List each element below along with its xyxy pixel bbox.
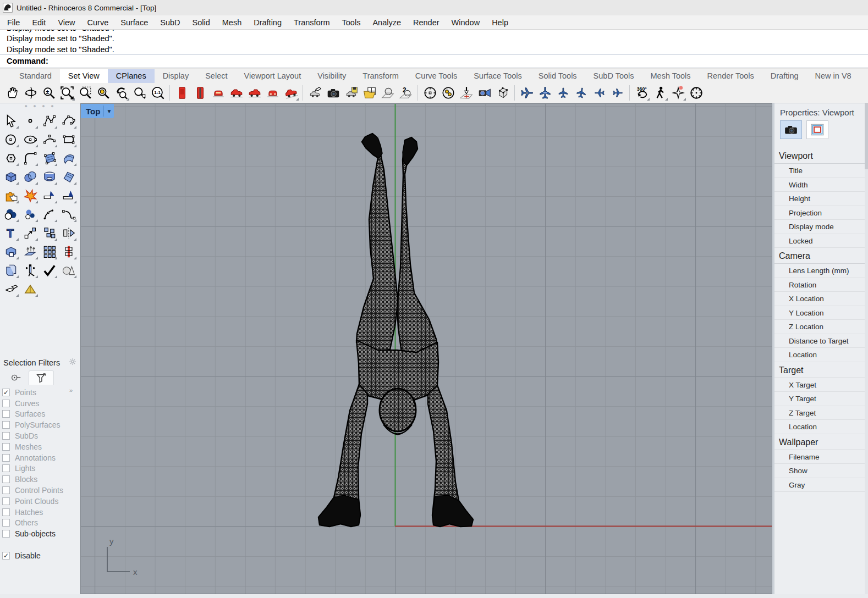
rotate-360-button[interactable]: 360°: [633, 84, 651, 102]
blend-curves-button[interactable]: [59, 206, 78, 223]
menu-item-render[interactable]: Render: [407, 17, 446, 28]
rectangular-array-button[interactable]: [40, 243, 58, 261]
checkbox[interactable]: [2, 508, 10, 516]
filters-overflow-chevron[interactable]: »: [69, 387, 73, 394]
toolbar-tab-solid-tools[interactable]: Solid Tools: [530, 69, 585, 83]
filter-row-curves[interactable]: Curves: [2, 398, 80, 409]
menu-item-transform[interactable]: Transform: [288, 17, 336, 28]
zoom-dynamic-button[interactable]: ±: [40, 84, 58, 102]
curve-through-points-button[interactable]: [59, 112, 78, 130]
pyramid-button[interactable]: [21, 280, 39, 298]
undo-view-button[interactable]: [112, 84, 130, 102]
synchronize-views-button[interactable]: [687, 84, 705, 102]
plane-small-1-button[interactable]: [554, 84, 572, 102]
zoom-target-button[interactable]: [130, 84, 149, 102]
filter-row-meshes[interactable]: Meshes: [2, 441, 80, 452]
set-view-front-button[interactable]: [173, 84, 191, 102]
mirror-button[interactable]: [59, 224, 78, 242]
filter-row-points[interactable]: ✓Points»: [2, 387, 80, 398]
menu-item-mesh[interactable]: Mesh: [216, 17, 248, 28]
zoom-one-to-one-button[interactable]: 1:1: [149, 84, 167, 102]
viewport-canvas[interactable]: Top ▼: [80, 103, 772, 594]
named-views-panel-button[interactable]: [360, 84, 378, 102]
gear-icon[interactable]: [68, 357, 77, 368]
tab-point-filter[interactable]: [3, 370, 29, 385]
toolbar-tab-mesh-tools[interactable]: Mesh Tools: [642, 69, 699, 83]
filter-row-point-clouds[interactable]: Point Clouds: [2, 496, 80, 507]
plane-small-2-button[interactable]: [572, 84, 590, 102]
toolbar-tab-new-in-v8[interactable]: New in V8: [807, 69, 860, 83]
fillet-curves-button[interactable]: [40, 206, 58, 223]
move-button[interactable]: [21, 224, 39, 242]
solid-spheres-button[interactable]: [21, 168, 39, 186]
checkbox[interactable]: [2, 530, 10, 538]
checkbox[interactable]: [2, 464, 10, 472]
viewport-display-camera-button[interactable]: [324, 84, 342, 102]
menu-item-analyze[interactable]: Analyze: [366, 17, 407, 28]
filter-row-annotations[interactable]: Annotations: [2, 452, 80, 463]
plane-view-1-button[interactable]: [518, 84, 536, 102]
explode-button[interactable]: [21, 187, 39, 204]
show-camera-frustum-button[interactable]: [493, 84, 512, 102]
place-camera-plumb-button[interactable]: [457, 84, 475, 102]
zoom-extents-button[interactable]: [58, 84, 76, 102]
menu-item-tools[interactable]: Tools: [336, 17, 367, 28]
menu-item-view[interactable]: View: [52, 17, 81, 28]
checkbox[interactable]: [2, 421, 10, 429]
toolbar-tab-select[interactable]: Select: [197, 69, 235, 83]
solid-cylinder-button[interactable]: [40, 168, 58, 186]
set-view-rear-car-button[interactable]: [263, 84, 282, 102]
filter-row-sub-objects[interactable]: Sub-objects: [2, 528, 80, 539]
checkbox[interactable]: [2, 443, 10, 451]
menu-item-window[interactable]: Window: [446, 17, 486, 28]
set-view-back-car-button[interactable]: [209, 84, 227, 102]
filter-row-hatches[interactable]: Hatches: [2, 507, 80, 518]
orient-camera-target-button[interactable]: [439, 84, 457, 102]
filter-row-others[interactable]: Others: [2, 518, 80, 529]
filter-row-surfaces[interactable]: Surfaces: [2, 409, 80, 420]
text-object-button[interactable]: T: [2, 224, 20, 242]
toolbar-tab-subd-tools[interactable]: SubD Tools: [585, 69, 642, 83]
checkbox[interactable]: [2, 519, 10, 527]
toolbar-tab-display[interactable]: Display: [155, 69, 197, 83]
rectangle-button[interactable]: [59, 131, 78, 148]
zoom-selected-button[interactable]: [94, 84, 112, 102]
chevron-down-icon[interactable]: ▼: [106, 108, 112, 114]
tab-object-filter[interactable]: [29, 370, 54, 385]
ellipse-button[interactable]: [21, 131, 39, 148]
rotate-view-button[interactable]: [21, 84, 40, 102]
menu-item-curve[interactable]: Curve: [81, 17, 115, 28]
set-view-left-car-button[interactable]: [227, 84, 245, 102]
set-view-interactive-button[interactable]: [306, 84, 324, 102]
surface-patch-button[interactable]: [59, 150, 78, 167]
fillet-corner-button[interactable]: [21, 150, 39, 167]
split-button[interactable]: [59, 187, 78, 204]
plane-small-4-button[interactable]: [608, 84, 627, 102]
checkbox[interactable]: [2, 400, 10, 407]
toolbar-tab-drafting[interactable]: Drafting: [762, 69, 807, 83]
extrude-surface-button[interactable]: [21, 243, 39, 261]
plane-small-3-button[interactable]: [590, 84, 608, 102]
trim-button[interactable]: [40, 187, 58, 204]
object-properties-camera-button[interactable]: [780, 120, 802, 139]
curve-control-points-button[interactable]: [40, 112, 58, 130]
arc-3pt-button[interactable]: [40, 131, 58, 148]
menu-item-help[interactable]: Help: [486, 17, 514, 28]
select-arrow-button[interactable]: [2, 112, 20, 130]
check-objects-button[interactable]: [40, 262, 58, 279]
menu-item-drafting[interactable]: Drafting: [248, 17, 288, 28]
walkabout-button[interactable]: [651, 84, 669, 102]
offset-surface-button[interactable]: [2, 262, 20, 279]
insert-block-button[interactable]: [59, 243, 78, 261]
circle-center-button[interactable]: [2, 131, 20, 148]
plane-view-2-button[interactable]: [536, 84, 554, 102]
sidebar-grip[interactable]: ● ● ● ●: [0, 103, 80, 110]
filter-row-polysurfaces[interactable]: PolySurfaces: [2, 419, 80, 430]
point-cloud-dots-button[interactable]: [21, 206, 39, 223]
toolbar-tab-standard[interactable]: Standard: [11, 69, 60, 83]
properties-scrollbar[interactable]: [865, 103, 868, 594]
solid-union-box-button[interactable]: [2, 243, 20, 261]
set-view-perspective-car-button[interactable]: [282, 84, 300, 102]
gift-hand-button[interactable]: [2, 280, 20, 298]
filter-row-control-points[interactable]: Control Points: [2, 485, 80, 496]
